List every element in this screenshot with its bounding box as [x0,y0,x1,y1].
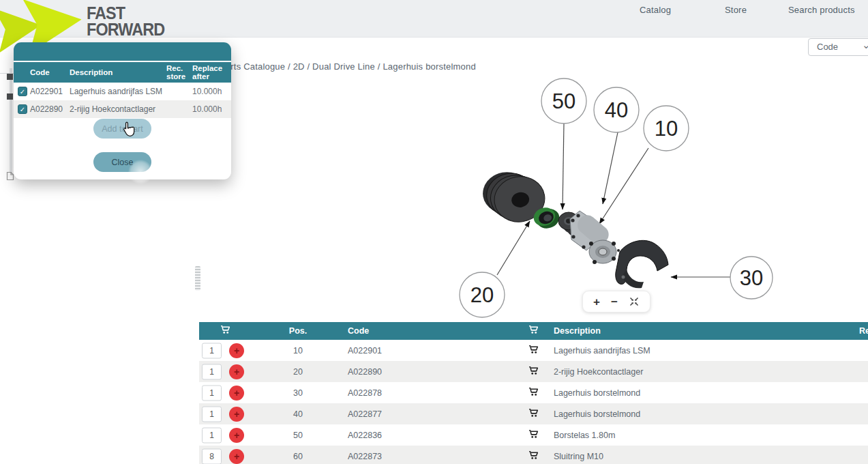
description-value: Lagerhuis borstelmond [554,409,640,419]
callout-50[interactable]: 50 [541,78,586,124]
code-value: A022890 [348,367,382,377]
checkbox-checked[interactable]: ✓ [18,87,27,96]
code-value: A022878 [348,388,382,398]
description-value: Lagerhuis aandrijfas LSM [554,346,650,356]
callout-40[interactable]: 40 [594,87,639,132]
code-value: A022877 [348,409,382,419]
table-row: + 20 A022890 2-rijig Hoekcontactlager [199,361,868,382]
exploded-view-drawing: 50 40 10 20 30 [199,73,868,318]
tree-scrollbar[interactable] [10,68,12,176]
close-button[interactable]: Close [93,152,151,172]
part-housing [570,211,620,267]
table-row: + 40 A022877 Lagerhuis borstelmond [199,403,868,424]
cart-icon[interactable] [528,365,539,379]
cart-icon[interactable] [528,429,539,442]
modal-row: ✓ A022901 Lagerhuis aandrijfas LSM 10.00… [14,83,231,100]
panel-resize-handle[interactable] [195,266,200,291]
parts-catalogue-app: Catalog Store Search products FAST FORWA… [0,0,868,464]
pos-value: 40 [271,409,325,419]
search-type-select[interactable]: Code ⌄ [808,38,868,56]
quantity-input[interactable] [202,385,222,401]
add-to-cart-button[interactable]: Add to cart [93,119,151,139]
modal-col-rec-store: Rec. store [166,64,185,81]
parts-table: Pos. Code Description Replace after + 10… [199,322,868,464]
pos-value: 10 [271,346,325,356]
modal-titlebar [14,42,231,61]
col-header-pos: Pos. [271,326,325,336]
table-row: + 50 A022836 Borstelas 1.80m [199,424,868,446]
cart-icon[interactable] [528,407,539,421]
brand-line2: FORWARD [87,21,164,38]
modal-table-header: Code Description Rec. store Replace afte… [14,62,231,83]
exploded-view-panel: 50 40 10 20 30 [199,73,868,318]
diagram-zoom-toolbar: + − [582,291,650,313]
modal-col-description: Description [70,68,113,76]
description-value: 2-rijig Hoekcontactlager [554,367,643,377]
table-row: + 30 A022878 Lagerhuis borstelmond [199,382,868,403]
modal-col-code: Code [30,68,50,76]
nav-catalog[interactable]: Catalog [640,5,671,15]
nav-store[interactable]: Store [725,5,747,15]
pos-value: 30 [271,388,325,398]
quantity-input[interactable] [202,448,222,464]
add-to-cart-plus-button[interactable]: + [229,407,244,422]
parts-table-header: Pos. Code Description Replace after [199,322,868,340]
cart-icon[interactable] [528,386,539,400]
table-row: + 60 A022873 Sluitring M10 [199,446,868,464]
svg-text:40: 40 [605,98,628,122]
svg-text:50: 50 [552,89,575,113]
zoom-fit-icon[interactable] [629,296,640,307]
modal-replace-value: 10.000h [192,87,222,96]
table-row: + 10 A022901 Lagerhuis aandrijfas LSM [199,340,868,361]
cart-icon[interactable] [528,344,539,358]
pos-value: 60 [271,452,325,461]
svg-text:10: 10 [655,117,678,141]
checkbox-checked[interactable]: ✓ [18,104,27,114]
col-header-code: Code [348,326,369,336]
tree-node-icon[interactable] [7,93,13,100]
add-to-cart-plus-button[interactable]: + [229,428,244,443]
col-header-replace: Replace after [859,326,868,336]
part-clamp [616,240,668,288]
description-value: Lagerhuis borstelmond [554,388,640,398]
callout-30[interactable]: 30 [730,257,773,299]
brand-wordmark: FAST FORWARD [87,5,164,38]
add-to-cart-plus-button[interactable]: + [229,386,244,401]
quantity-input[interactable] [202,427,222,443]
modal-description-value: 2-rijig Hoekcontactlager [70,104,155,114]
svg-text:30: 30 [740,266,763,290]
cart-icon [220,324,231,338]
breadcrumb[interactable]: Parts Catalogue / 2D / Dual Drive Line /… [220,61,476,72]
quantity-input[interactable] [202,343,222,358]
cart-icon [528,324,539,338]
modal-col-replace-after: Replace after [192,64,222,81]
zoom-out-button[interactable]: − [611,296,618,308]
zoom-in-button[interactable]: + [593,296,600,308]
pos-value: 20 [271,367,325,377]
modal-code-value: A022890 [30,104,63,114]
callout-10[interactable]: 10 [644,106,689,151]
add-to-cart-plus-button[interactable]: + [229,343,244,358]
modal-replace-value: 10.000h [192,104,222,114]
add-to-cart-plus-button[interactable]: + [229,449,244,464]
tree-node-icon[interactable] [7,74,13,80]
modal-description-value: Lagerhuis aandrijfas LSM [70,87,162,96]
chevron-down-icon: ⌄ [862,37,868,53]
svg-text:20: 20 [470,283,494,307]
add-to-cart-plus-button[interactable]: + [229,364,244,379]
nav-search-products[interactable]: Search products [788,5,855,15]
quantity-input[interactable] [202,364,222,379]
cart-icon[interactable] [528,450,539,463]
col-header-description: Description [554,326,601,336]
code-value: A022901 [348,346,382,356]
code-value: A022836 [348,431,382,440]
code-value: A022873 [348,452,382,461]
recommended-parts-modal: Code Description Rec. store Replace afte… [14,42,231,179]
modal-code-value: A022901 [30,87,63,96]
quantity-input[interactable] [202,406,222,422]
description-value: Sluitring M10 [554,452,603,461]
search-type-value: Code [817,42,838,52]
callout-20[interactable]: 20 [460,272,505,317]
pos-value: 50 [271,431,325,440]
description-value: Borstelas 1.80m [554,431,615,440]
